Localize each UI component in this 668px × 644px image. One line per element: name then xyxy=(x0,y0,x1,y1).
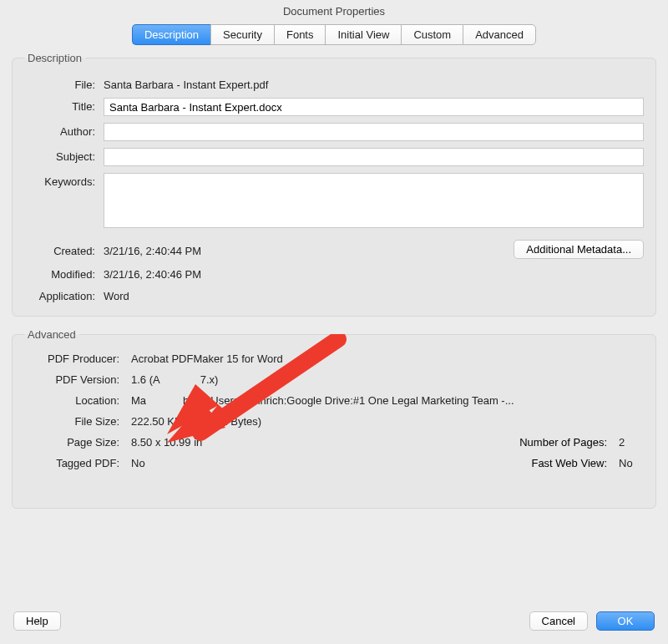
numpages-value: 2 xyxy=(619,436,644,449)
tagged-value: No xyxy=(131,457,145,469)
cancel-button[interactable]: Cancel xyxy=(529,611,588,631)
numpages-label: Number of Pages: xyxy=(519,436,619,449)
help-button[interactable]: Help xyxy=(13,611,61,631)
filesize-label: File Size: xyxy=(24,415,131,428)
pagesize-value: 8.50 x 10.99 in xyxy=(131,436,202,449)
created-label: Created: xyxy=(24,242,104,257)
bottom-bar: Help Cancel OK xyxy=(0,601,668,644)
filesize-value: 222.50 KB (227,841 Bytes) xyxy=(131,415,261,428)
tab-security[interactable]: Security xyxy=(210,24,274,45)
modified-value: 3/21/16, 2:40:46 PM xyxy=(104,266,644,281)
subject-input[interactable] xyxy=(104,148,644,166)
tab-description[interactable]: Description xyxy=(132,24,210,45)
fastweb-label: Fast Web View: xyxy=(531,457,619,469)
keywords-input[interactable] xyxy=(104,173,644,228)
file-value: Santa Barbara - Instant Expert.pdf xyxy=(104,76,644,91)
description-legend: Description xyxy=(24,52,85,64)
window-title: Document Properties xyxy=(0,0,668,24)
author-label: Author: xyxy=(24,123,104,138)
tab-advanced[interactable]: Advanced xyxy=(463,24,536,45)
application-label: Application: xyxy=(24,287,104,302)
modified-label: Modified: xyxy=(24,266,104,281)
author-input[interactable] xyxy=(104,123,644,141)
pagesize-label: Page Size: xyxy=(24,436,131,449)
location-value: Mah HD:Users:rheinrich:Google Drive:#1 O… xyxy=(131,394,514,407)
created-value: 3/21/16, 2:40:44 PM xyxy=(104,242,514,257)
version-value: 1.6 (A7.x) xyxy=(131,373,218,386)
advanced-group: Advanced PDF Producer: Acrobat PDFMaker … xyxy=(12,328,656,509)
application-value: Word xyxy=(104,287,644,302)
subject-label: Subject: xyxy=(24,148,104,163)
file-label: File: xyxy=(24,76,104,91)
advanced-legend: Advanced xyxy=(24,328,79,341)
title-label: Title: xyxy=(24,98,104,113)
tab-fonts[interactable]: Fonts xyxy=(274,24,326,45)
location-value-a: Ma xyxy=(131,394,146,407)
producer-label: PDF Producer: xyxy=(24,352,131,365)
tab-custom[interactable]: Custom xyxy=(401,24,463,45)
fastweb-value: No xyxy=(619,457,644,469)
keywords-label: Keywords: xyxy=(24,173,104,188)
version-value-a: 1.6 (A xyxy=(131,373,160,386)
location-label: Location: xyxy=(24,394,131,407)
tab-bar: Description Security Fonts Initial View … xyxy=(0,24,668,45)
version-value-b: 7.x) xyxy=(200,373,219,386)
ok-button[interactable]: OK xyxy=(596,611,655,631)
additional-metadata-button[interactable]: Additional Metadata... xyxy=(514,240,644,259)
tab-initial-view[interactable]: Initial View xyxy=(325,24,401,45)
location-value-b: h HD:Users:rheinrich:Google Drive:#1 One… xyxy=(183,394,514,407)
title-input[interactable] xyxy=(104,98,644,116)
version-label: PDF Version: xyxy=(24,373,131,386)
description-group: Description File: Santa Barbara - Instan… xyxy=(12,52,656,317)
producer-value: Acrobat PDFMaker 15 for Word xyxy=(131,352,283,365)
tagged-label: Tagged PDF: xyxy=(24,457,131,469)
